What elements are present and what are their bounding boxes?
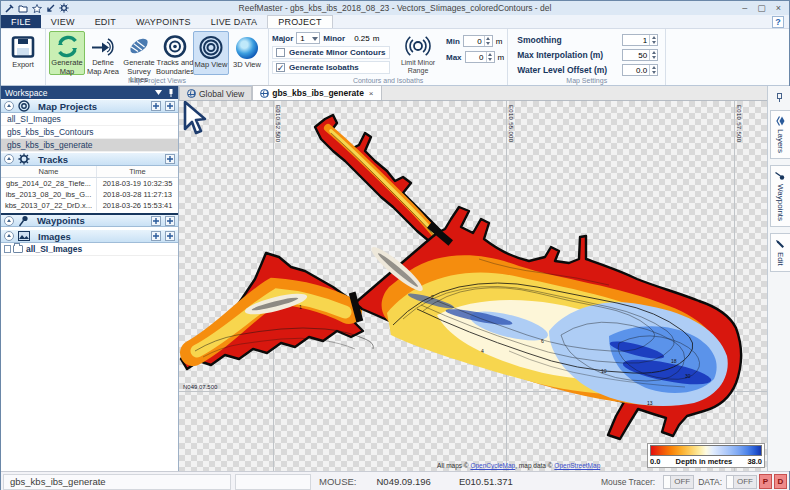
gear-icon[interactable] — [59, 3, 69, 13]
svg-text:2: 2 — [431, 294, 434, 300]
position-record-button[interactable]: P — [759, 474, 772, 489]
pin-icon[interactable] — [776, 93, 783, 102]
tab-live-data[interactable]: LIVE DATA — [201, 15, 267, 28]
depth-gradient-bar — [650, 445, 762, 456]
minimize-button[interactable]: – — [742, 3, 747, 13]
close-button[interactable]: × — [776, 3, 781, 13]
dropdown-icon[interactable] — [155, 90, 162, 95]
tracks-table-header: Name Time — [1, 166, 178, 178]
expand-icon[interactable] — [5, 246, 10, 252]
data-toggle[interactable]: OFF — [726, 475, 757, 489]
export-button[interactable]: Export — [4, 31, 42, 75]
tab-map-document[interactable]: gbs_kbs_ibs_generate × — [252, 85, 381, 100]
status-empty-field — [235, 474, 311, 490]
list-item[interactable]: all_SI_Images — [1, 113, 178, 126]
minor-value: 0.25 — [354, 34, 370, 43]
star-icon[interactable] — [32, 4, 42, 13]
pin-icon[interactable] — [168, 89, 174, 97]
data-record-button[interactable]: D — [774, 474, 787, 489]
add-project-button[interactable] — [165, 101, 175, 111]
add-image-button[interactable] — [165, 231, 175, 241]
svg-text:1: 1 — [299, 304, 302, 310]
maximize-button[interactable]: ▢ — [757, 3, 766, 13]
import-arrow-icon[interactable] — [46, 4, 55, 13]
water-level-offset-spinbox[interactable]: 0.0 — [622, 64, 658, 76]
add-track-button[interactable] — [165, 154, 175, 164]
tracks-header[interactable]: Tracks — [1, 152, 178, 166]
max-spinbox[interactable]: 0 — [465, 51, 495, 63]
major-combobox[interactable]: 1 — [296, 32, 320, 44]
tile-button[interactable] — [151, 231, 161, 241]
tab-view[interactable]: VIEW — [41, 15, 85, 28]
openstreetmap-link[interactable]: OpenStreetMap — [554, 462, 600, 469]
tab-file[interactable]: FILE — [1, 15, 41, 28]
table-row[interactable]: gbs_2014_02_28_Tiefe... 2018-03-19 10:32… — [1, 178, 178, 189]
opencyclemap-link[interactable]: OpenCycleMap — [470, 462, 515, 469]
max-interpolation-spinbox[interactable]: 50 — [622, 49, 658, 61]
spin-down-icon[interactable] — [485, 41, 492, 46]
list-item-selected[interactable]: gbs_kbs_ibs_generate — [1, 139, 178, 152]
group-export: Export — [1, 29, 46, 85]
generate-survey-lines-button[interactable]: Generate Survey Lines — [121, 31, 157, 75]
layers-icon — [775, 116, 785, 126]
group-label-contours: Contours and Isobaths — [269, 77, 507, 85]
column-header-name[interactable]: Name — [1, 166, 97, 177]
spin-down-icon[interactable] — [650, 70, 657, 75]
map-projects-header[interactable]: Map Projects — [1, 99, 178, 113]
collapse-icon[interactable] — [4, 154, 14, 164]
tab-waypoints-right[interactable]: Waypoints — [770, 165, 790, 227]
column-header-time[interactable]: Time — [97, 166, 178, 177]
collapse-icon[interactable] — [4, 231, 14, 241]
tab-edit[interactable]: Edit — [770, 233, 790, 272]
tracks-table: Name Time gbs_2014_02_28_Tiefe... 2018-0… — [1, 166, 178, 211]
waypoints-header[interactable]: Waypoints — [1, 213, 178, 227]
tab-global-view[interactable]: Global View — [179, 86, 252, 100]
limit-minor-range-button[interactable]: Limit Minor Range — [394, 31, 442, 75]
close-tab-icon[interactable]: × — [369, 89, 374, 98]
generate-isobaths-checkbox[interactable]: ✓ — [276, 63, 285, 72]
limit-minor-range-icon — [404, 33, 432, 59]
smoothing-label: Smoothing — [517, 35, 617, 45]
collapse-icon[interactable] — [4, 101, 14, 111]
tab-edit[interactable]: EDIT — [85, 15, 126, 28]
group-contours-isobaths: Major 1 Minor 0.25 m Generate Minor Cont… — [269, 29, 508, 85]
tab-waypoints[interactable]: WAYPOINTS — [126, 15, 201, 28]
smoothing-spinbox[interactable]: 1 — [622, 34, 658, 46]
generate-map-button[interactable]: Generate Map — [49, 31, 85, 75]
min-spinbox[interactable]: 0 — [463, 35, 493, 47]
collapse-icon[interactable] — [4, 216, 14, 226]
generate-isobaths-row[interactable]: ✓ Generate Isobaths — [272, 61, 390, 74]
table-row[interactable]: kbs_2013_07_22_DrD.x... 2018-03-26 15:53… — [1, 200, 178, 211]
tile-button[interactable] — [151, 216, 161, 226]
map-canvas[interactable]: E010.52.500 E010.55.000 E010.57.500 N049… — [179, 101, 767, 471]
tools-icon[interactable] — [5, 4, 14, 13]
bathymetry-map[interactable]: 1 2 4 6 10 13 18 30 — [179, 101, 767, 471]
generate-minor-contours-row[interactable]: Generate Minor Contours — [272, 46, 390, 59]
mouse-tracer-toggle[interactable]: OFF — [663, 475, 694, 489]
spin-down-icon[interactable] — [487, 57, 494, 62]
list-item[interactable]: gbs_kbs_ibs_Contours — [1, 126, 178, 139]
plus-icon — [167, 218, 173, 224]
globe-icon — [187, 89, 196, 98]
spin-down-icon[interactable] — [650, 40, 657, 45]
add-waypoint-button[interactable] — [165, 216, 175, 226]
minor-label: Minor — [323, 34, 345, 43]
legend-min: 0.0 — [650, 457, 660, 466]
generate-minor-checkbox[interactable] — [276, 48, 285, 57]
map-projects-list: all_SI_Images gbs_kbs_ibs_Contours gbs_k… — [1, 113, 178, 152]
tab-project[interactable]: PROJECT — [267, 15, 332, 28]
tracks-and-boundaries-button[interactable]: Tracks and Boundaries — [157, 31, 193, 75]
help-button[interactable]: ? — [772, 16, 784, 28]
spin-down-icon[interactable] — [650, 55, 657, 60]
tab-layers[interactable]: Layers — [770, 110, 790, 159]
images-header[interactable]: Images — [1, 229, 178, 243]
table-row[interactable]: ibs_2013_08_20_ibs_G... 2018-03-28 11:27… — [1, 189, 178, 200]
tree-item-images-folder[interactable]: all_SI_Images — [1, 243, 178, 256]
3d-view-button[interactable]: 3D View — [229, 31, 265, 75]
folder-icon[interactable] — [18, 4, 28, 13]
define-map-area-button[interactable]: Define Map Area — [85, 31, 121, 75]
mouse-label: MOUSE: — [313, 476, 362, 487]
tile-button[interactable] — [151, 101, 161, 111]
tracks-and-boundaries-icon — [162, 34, 188, 59]
map-view-button[interactable]: Map View — [193, 31, 229, 75]
